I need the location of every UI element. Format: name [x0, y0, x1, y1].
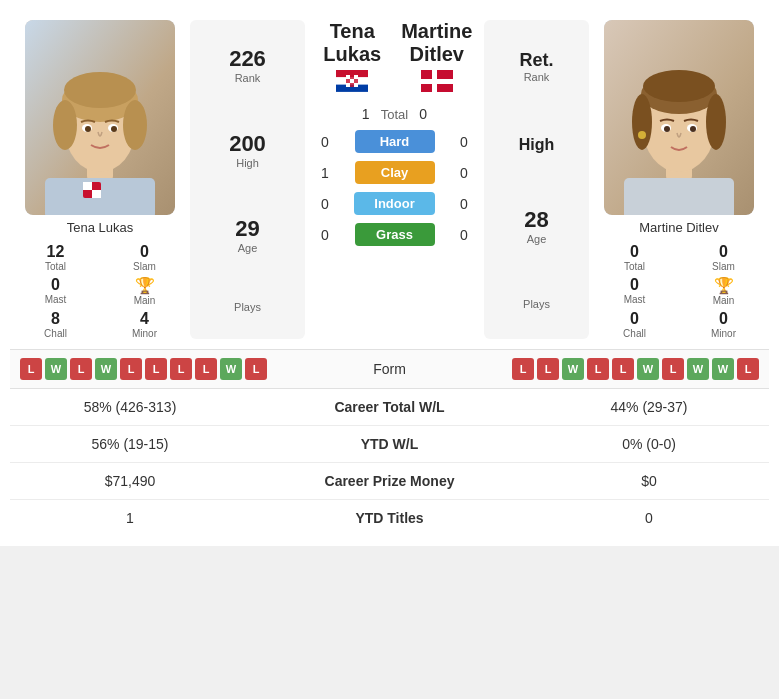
left-chall-label: Chall	[44, 328, 67, 339]
stats-row-left-val: $71,490	[30, 473, 230, 489]
player-left-photo	[25, 20, 175, 215]
comp-total-row: 1 Total 0	[351, 104, 438, 124]
left-total-value: 12	[47, 243, 65, 261]
player-left-name-top: Tena Lukas	[310, 20, 395, 66]
player-right-name-top: Martine Ditlev	[395, 20, 480, 66]
svg-rect-14	[83, 182, 92, 190]
trophy-cell-right: 🏆 Main	[683, 276, 764, 306]
left-main-label: Main	[134, 295, 156, 306]
form-badge-l: L	[120, 358, 142, 380]
player-left-stats: 12 Total 0 Slam 0 Mast 🏆 Main 8 Chall	[15, 243, 185, 339]
right-slam-value: 0	[719, 243, 728, 261]
right-total-cell: 0 Total	[594, 243, 675, 272]
form-badge-l: L	[145, 358, 167, 380]
left-rank-value: 226	[229, 46, 266, 72]
left-high-box: 200 High	[229, 131, 266, 169]
comp-indoor-left: 0	[310, 196, 340, 212]
right-main-label: Main	[713, 295, 735, 306]
trophy-icon-right: 🏆	[714, 276, 734, 295]
players-section: Tena Lukas 12 Total 0 Slam 0 Mast 🏆 Main	[10, 10, 769, 349]
form-badge-w: W	[562, 358, 584, 380]
left-high-label: High	[236, 157, 259, 169]
form-badge-l: L	[612, 358, 634, 380]
svg-rect-22	[354, 75, 358, 79]
player-left: Tena Lukas 12 Total 0 Slam 0 Mast 🏆 Main	[15, 20, 185, 339]
svg-rect-41	[624, 178, 734, 215]
left-rank-label: Rank	[235, 72, 261, 84]
left-mast-cell: 0 Mast	[15, 276, 96, 306]
left-total-cell: 12 Total	[15, 243, 96, 272]
comp-hard-left: 0	[310, 134, 340, 150]
svg-rect-20	[346, 75, 350, 79]
right-rank-label: Rank	[524, 71, 550, 83]
right-rank-value: Ret.	[519, 50, 553, 71]
comp-total-label: Total	[381, 107, 408, 122]
form-badge-l: L	[195, 358, 217, 380]
comp-grass-left: 0	[310, 227, 340, 243]
svg-point-10	[85, 126, 91, 132]
comp-indoor-row: 0 Indoor 0	[310, 190, 479, 217]
right-mast-cell: 0 Mast	[594, 276, 675, 306]
left-slam-value: 0	[140, 243, 149, 261]
left-middle-stats: 226 Rank 200 High 29 Age Plays	[190, 20, 305, 339]
svg-rect-23	[346, 83, 350, 87]
form-badge-w: W	[712, 358, 734, 380]
stats-row-right-val: 0% (0-0)	[549, 436, 749, 452]
form-badge-l: L	[512, 358, 534, 380]
comp-indoor-right: 0	[449, 196, 479, 212]
comp-clay-right: 0	[449, 165, 479, 181]
right-plays-box: Plays	[523, 298, 550, 310]
form-badge-w: W	[637, 358, 659, 380]
left-age-box: 29 Age	[235, 216, 259, 254]
svg-rect-24	[354, 83, 358, 87]
right-chall-value: 0	[630, 310, 639, 328]
right-slam-cell: 0 Slam	[683, 243, 764, 272]
stats-row-right-val: 0	[549, 510, 749, 526]
left-minor-cell: 4 Minor	[104, 310, 185, 339]
right-age-label: Age	[527, 233, 547, 245]
stats-row-left-val: 1	[30, 510, 230, 526]
player-left-name: Tena Lukas	[67, 220, 134, 235]
stats-row-label: Career Total W/L	[230, 399, 549, 415]
hard-badge: Hard	[355, 130, 435, 153]
right-high-value: High	[519, 136, 555, 154]
left-mast-value: 0	[51, 276, 60, 294]
grass-badge: Grass	[355, 223, 435, 246]
comp-hard-right: 0	[449, 134, 479, 150]
form-badge-l: L	[587, 358, 609, 380]
player-right-stats: 0 Total 0 Slam 0 Mast 🏆 Main 0 Chall	[594, 243, 764, 339]
svg-point-38	[664, 126, 670, 132]
right-middle-stats: Ret. Rank High 28 Age Plays	[484, 20, 589, 339]
comp-total-right: 0	[408, 106, 438, 122]
comp-total-left: 1	[351, 106, 381, 122]
comp-clay-row: 1 Clay 0	[310, 159, 479, 186]
svg-point-35	[706, 94, 726, 150]
stats-row-left-val: 58% (426-313)	[30, 399, 230, 415]
svg-point-34	[632, 94, 652, 150]
stats-row: 1YTD Titles0	[10, 500, 769, 536]
left-minor-value: 4	[140, 310, 149, 328]
left-total-label: Total	[45, 261, 66, 272]
stats-row: $71,490Career Prize Money$0	[10, 463, 769, 500]
left-slam-label: Slam	[133, 261, 156, 272]
main-container: Tena Lukas 12 Total 0 Slam 0 Mast 🏆 Main	[0, 0, 779, 546]
form-badge-l: L	[662, 358, 684, 380]
svg-point-33	[643, 70, 715, 102]
left-age-label: Age	[238, 242, 258, 254]
center-col: Tena Lukas	[310, 20, 479, 339]
left-plays-box: Plays	[234, 301, 261, 313]
right-minor-cell: 0 Minor	[683, 310, 764, 339]
trophy-icon-left: 🏆	[135, 276, 155, 295]
trophy-cell: 🏆 Main	[104, 276, 185, 306]
right-chall-cell: 0 Chall	[594, 310, 675, 339]
indoor-badge: Indoor	[354, 192, 434, 215]
right-age-value: 28	[524, 207, 548, 233]
right-minor-label: Minor	[711, 328, 736, 339]
flag-hr	[336, 70, 368, 92]
form-badge-l: L	[20, 358, 42, 380]
svg-rect-21	[350, 79, 354, 83]
svg-point-39	[690, 126, 696, 132]
stats-row-label: YTD W/L	[230, 436, 549, 452]
stats-row-label: Career Prize Money	[230, 473, 549, 489]
stats-row-left-val: 56% (19-15)	[30, 436, 230, 452]
